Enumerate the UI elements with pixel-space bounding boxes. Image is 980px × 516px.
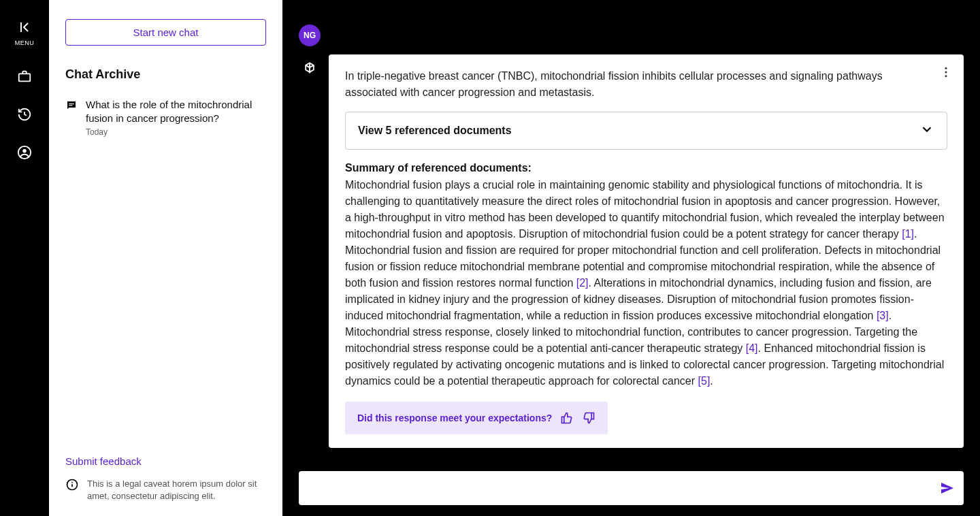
thumbs-down-button[interactable]: [582, 411, 595, 425]
chat-input-wrap: [299, 471, 964, 505]
summary-body: Mitochondrial fusion plays a crucial rol…: [345, 177, 947, 389]
bot-avatar-icon: [299, 57, 321, 79]
history-icon[interactable]: [16, 106, 33, 123]
references-toggle-label: View 5 referenced documents: [358, 125, 512, 137]
account-icon[interactable]: [16, 144, 33, 161]
citation-2[interactable]: [2]: [576, 277, 589, 289]
chat-bubble-icon: [65, 99, 78, 137]
menu-toggle-button[interactable]: MENU: [15, 19, 35, 46]
response-intro: In triple-negative breast cancer (TNBC),…: [345, 68, 947, 101]
archive-item[interactable]: What is the role of the mitochrondrial f…: [65, 95, 266, 140]
left-rail: MENU: [0, 0, 49, 516]
svg-point-7: [71, 481, 73, 483]
info-icon: [65, 478, 79, 494]
caveat-text: This is a legal caveat horem ipsum dolor…: [87, 478, 266, 502]
send-button[interactable]: [939, 480, 956, 496]
submit-feedback-link[interactable]: Submit feedback: [65, 455, 266, 467]
archive-item-body: What is the role of the mitochrondrial f…: [86, 98, 266, 137]
chat-scroll[interactable]: NG In triple-negative breast cancer (TNB…: [282, 0, 980, 462]
archive-item-title: What is the role of the mitochrondrial f…: [86, 98, 266, 126]
feedback-box: Did this response meet your expectations…: [345, 402, 608, 434]
legal-caveat: This is a legal caveat horem ipsum dolor…: [65, 478, 266, 502]
input-bar: [282, 462, 980, 516]
svg-point-9: [945, 71, 947, 74]
citation-5[interactable]: [5]: [698, 375, 710, 387]
referenced-documents-toggle[interactable]: View 5 referenced documents: [345, 112, 947, 150]
citation-4[interactable]: [4]: [746, 342, 758, 354]
sidebar: Start new chat Chat Archive What is the …: [49, 0, 282, 516]
start-new-chat-button[interactable]: Start new chat: [65, 19, 266, 46]
feedback-prompt: Did this response meet your expectations…: [357, 413, 552, 423]
summary-text-6: .: [710, 375, 713, 387]
svg-point-2: [22, 149, 27, 153]
menu-label: MENU: [15, 39, 35, 46]
citation-1[interactable]: [1]: [902, 228, 914, 240]
user-avatar: NG: [299, 25, 321, 46]
card-kebab-menu[interactable]: [939, 65, 953, 82]
svg-point-8: [945, 67, 947, 69]
user-avatar-row: NG: [299, 22, 964, 46]
svg-rect-4: [69, 105, 72, 106]
archive-item-date: Today: [86, 127, 266, 137]
summary-text-1: Mitochondrial fusion plays a crucial rol…: [345, 179, 945, 240]
briefcase-icon[interactable]: [16, 68, 33, 84]
collapse-menu-icon: [16, 19, 33, 38]
svg-point-10: [945, 75, 947, 77]
svg-rect-3: [69, 103, 74, 104]
bot-message-row: In triple-negative breast cancer (TNBC),…: [299, 54, 964, 448]
chat-archive-heading: Chat Archive: [65, 67, 266, 82]
chevron-down-icon: [919, 122, 934, 140]
thumbs-up-button[interactable]: [560, 411, 574, 425]
summary-heading: Summary of referenced documents:: [345, 162, 947, 174]
svg-rect-0: [19, 74, 31, 81]
citation-3[interactable]: [3]: [877, 310, 889, 321]
main-area: NG In triple-negative breast cancer (TNB…: [282, 0, 980, 516]
chat-input[interactable]: [310, 483, 939, 494]
response-card: In triple-negative breast cancer (TNBC),…: [329, 54, 964, 448]
